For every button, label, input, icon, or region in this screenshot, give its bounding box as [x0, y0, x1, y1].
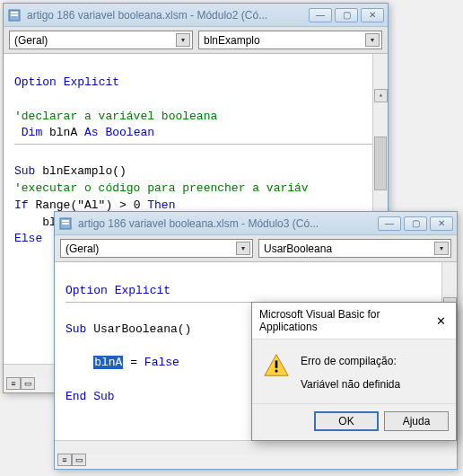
dialog-message: Erro de compilação: Variável não definid…: [301, 352, 400, 394]
help-button[interactable]: Ajuda: [384, 411, 449, 431]
close-icon[interactable]: ✕: [433, 313, 449, 329]
vba-module-icon: [7, 8, 22, 22]
view-mode-icons: ≡ ▭: [57, 454, 86, 466]
vba-module-icon: [58, 216, 73, 231]
close-button[interactable]: ✕: [361, 8, 384, 22]
procedure-view-icon[interactable]: ≡: [57, 454, 72, 466]
view-mode-icons: ≡ ▭: [6, 377, 35, 390]
highlighted-variable: blnA: [93, 356, 123, 369]
svg-rect-4: [62, 220, 69, 222]
error-detail: Variável não definida: [301, 375, 400, 393]
titlebar[interactable]: artigo 186 variavel booleana.xlsm - Módu…: [55, 212, 457, 235]
dialog-titlebar[interactable]: Microsoft Visual Basic for Applications …: [252, 303, 456, 339]
window-title: artigo 186 variavel booleana.xlsm - Módu…: [27, 9, 309, 22]
dialog-body: Erro de compilação: Variável não definid…: [252, 339, 456, 403]
scroll-up-icon[interactable]: ▴: [374, 89, 388, 102]
dialog-title: Microsoft Visual Basic for Applications: [259, 308, 433, 333]
svg-rect-5: [62, 223, 69, 225]
object-dropdown-value: (Geral): [14, 34, 48, 47]
maximize-button[interactable]: ▢: [335, 8, 358, 22]
procedure-dropdown[interactable]: blnExamplo ▾: [198, 31, 382, 49]
window-buttons: — ▢ ✕: [378, 216, 453, 231]
chevron-down-icon[interactable]: ▾: [434, 242, 449, 255]
svg-rect-7: [275, 360, 278, 367]
error-dialog[interactable]: Microsoft Visual Basic for Applications …: [251, 302, 457, 441]
svg-rect-8: [275, 370, 278, 373]
full-view-icon[interactable]: ▭: [21, 377, 35, 390]
close-button[interactable]: ✕: [430, 216, 453, 231]
object-dropdown-value: (Geral): [66, 242, 99, 255]
dropdown-row: (Geral) ▾ UsarBooleana ▾: [55, 235, 457, 262]
scroll-corner: [441, 440, 457, 455]
maximize-button[interactable]: ▢: [404, 216, 427, 231]
object-dropdown[interactable]: (Geral) ▾: [9, 31, 193, 49]
minimize-button[interactable]: —: [378, 216, 401, 231]
window-buttons: — ▢ ✕: [309, 8, 384, 22]
horizontal-scrollbar[interactable]: [55, 440, 441, 455]
procedure-dropdown[interactable]: UsarBooleana ▾: [258, 239, 451, 258]
scroll-thumb[interactable]: [374, 137, 387, 190]
warning-icon: [263, 352, 290, 382]
ok-button[interactable]: OK: [314, 411, 379, 431]
procedure-dropdown-value: blnExamplo: [204, 34, 260, 47]
full-view-icon[interactable]: ▭: [72, 454, 86, 466]
procedure-view-icon[interactable]: ≡: [6, 377, 21, 390]
minimize-button[interactable]: —: [309, 8, 332, 22]
dropdown-row: (Geral) ▾ blnExamplo ▾: [4, 27, 388, 54]
chevron-down-icon[interactable]: ▾: [176, 33, 190, 47]
error-heading: Erro de compilação:: [301, 352, 400, 370]
titlebar[interactable]: artigo 186 variavel booleana.xlsm - Módu…: [4, 4, 388, 27]
chevron-down-icon[interactable]: ▾: [365, 33, 380, 47]
svg-rect-2: [11, 14, 18, 16]
dialog-buttons: OK Ajuda: [252, 403, 456, 440]
window-title: artigo 186 variavel booleana.xlsm - Módu…: [78, 217, 378, 230]
procedure-dropdown-value: UsarBooleana: [264, 242, 332, 255]
chevron-down-icon[interactable]: ▾: [236, 242, 250, 255]
svg-rect-1: [11, 12, 18, 13]
object-dropdown[interactable]: (Geral) ▾: [60, 239, 253, 258]
